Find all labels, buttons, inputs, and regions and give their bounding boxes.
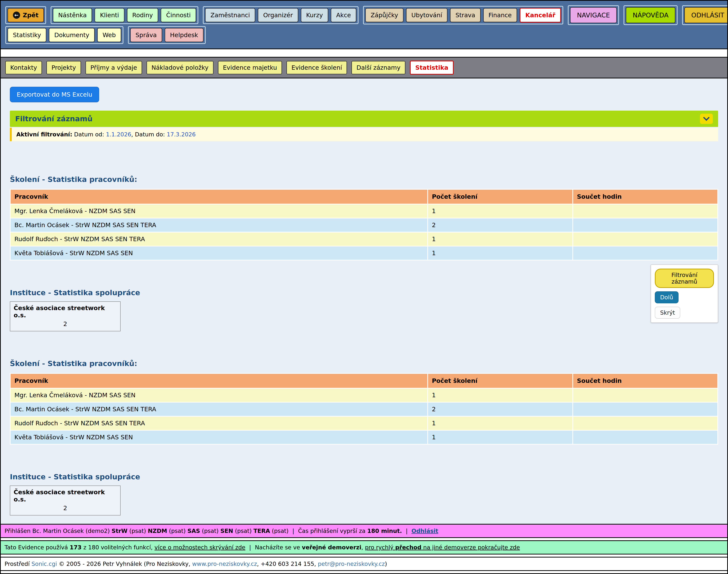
subnav-nakladove-polozky[interactable]: Nákladové položky [147, 61, 214, 74]
cell-hours [573, 430, 718, 444]
cell-count: 1 [428, 204, 573, 218]
cell-worker: Mgr. Lenka Čmeláková - NZDM SAS SEN [10, 204, 428, 218]
training-section-title: Školení - Statistika pracovníků: [10, 359, 718, 368]
subnav-evidence-skoleni[interactable]: Evidence školení [286, 61, 347, 74]
credit-text: , +420 603 214 155, [257, 561, 318, 567]
table-row: Rudolf Ruďoch - StrW NZDM SAS SEN TERA 1 [10, 232, 718, 246]
cell-count: 1 [428, 430, 573, 444]
demo-switch-link[interactable]: pro rychlý přechod na jiné demoverze pok… [365, 544, 520, 551]
login-psat: (psat) [233, 528, 254, 534]
login-psat: (psat) [167, 528, 187, 534]
email-link[interactable]: petr@pro-neziskovky.cz [318, 561, 385, 567]
cell-hours [573, 204, 718, 218]
table-row: Bc. Martin Ocásek - StrW NZDM SAS SEN TE… [10, 218, 718, 232]
col-header-worker: Pracovník [10, 189, 428, 204]
nav-finance[interactable]: Finance [483, 8, 517, 22]
website-link[interactable]: www.pro-neziskovky.cz [192, 561, 257, 567]
nav-kurzy[interactable]: Kurzy [301, 8, 329, 22]
nav-statistiky[interactable]: Statistiky [8, 28, 46, 42]
nav-odhlasit[interactable]: ODHLÁSIT [684, 7, 728, 23]
login-role: SEN [220, 528, 233, 534]
quick-menu: Filtrování záznamů Dolů Skrýt [651, 264, 718, 323]
active-filter-label: Aktivní filtrování: [16, 131, 72, 138]
table-row: Bc. Martin Ocásek - StrW NZDM SAS SEN TE… [10, 402, 718, 416]
sonic-link[interactable]: Sonic.cgi [32, 561, 57, 567]
filter-panel: Filtrování záznamů Aktivní filtrování: D… [10, 111, 718, 141]
separator: | [292, 528, 294, 534]
top-navigation: ← Zpět Nástěnka Klienti Rodiny Činnosti … [1, 1, 727, 49]
credit-text: ) [385, 561, 387, 567]
nav-organizer[interactable]: Organizér [258, 8, 298, 22]
institution-section-title: Instituce - Statistika spolupráce [10, 473, 718, 481]
institution-value: 2 [10, 320, 120, 331]
export-excel-button[interactable]: Exportovat do MS Excelu [10, 87, 99, 102]
cell-worker: Rudolf Ruďoch - StrW NZDM SAS SEN TERA [10, 232, 428, 246]
group-main-modules: Nástěnka Klienti Rodiny Činnosti [51, 6, 198, 24]
nav-napoveda[interactable]: NÁPOVĚDA [626, 7, 675, 23]
chevron-down-icon[interactable] [700, 114, 713, 124]
subnav-evidence-majetku[interactable]: Evidence majetku [218, 61, 282, 74]
back-button[interactable]: ← Zpět [8, 8, 44, 22]
institution-section-title: Instituce - Statistika spolupráce [10, 289, 718, 297]
institution-box: České asociace streetwork o.s. 2 [10, 486, 121, 516]
cell-count: 2 [428, 402, 573, 416]
info-text: z 180 volitelných funkcí, [81, 544, 154, 551]
credit-text: Prostředí [5, 561, 32, 567]
nav-kancelar-active[interactable]: Kancelář [520, 8, 561, 23]
nav-rodiny[interactable]: Rodiny [127, 8, 158, 22]
col-header-hours: Součet hodin [573, 189, 718, 204]
quickmenu-hide-button[interactable]: Skrýt [655, 307, 680, 319]
nav-zamestnanci[interactable]: Zaměstnanci [205, 8, 255, 22]
filter-from-label: Datum od: [72, 131, 106, 138]
filter-header[interactable]: Filtrování záznamů [10, 111, 718, 127]
nav-klienti[interactable]: Klienti [94, 8, 124, 22]
nav-strava[interactable]: Strava [450, 8, 481, 22]
cell-worker: Květa Tobiášová - StrW NZDM SAS SEN [10, 430, 428, 444]
subnav-dalsi-zaznamy[interactable]: Další záznamy [351, 61, 405, 74]
nav-cinnosti[interactable]: Činnosti [161, 8, 196, 22]
subnav-projekty[interactable]: Projekty [46, 61, 81, 74]
back-label: Zpět [23, 11, 38, 19]
filter-title: Filtrování záznamů [15, 115, 92, 123]
cell-hours [573, 388, 718, 402]
quickmenu-filter-button[interactable]: Filtrování záznamů [655, 269, 714, 288]
login-psat: (psat) [270, 528, 289, 534]
topnav-row-1: ← Zpět Nástěnka Klienti Rodiny Činnosti … [5, 5, 723, 25]
nav-sprava[interactable]: Správa [130, 28, 162, 42]
table-row: Rudolf Ruďoch - StrW NZDM SAS SEN TERA 1 [10, 416, 718, 430]
credit-bar: Prostředí Sonic.cgi © 2005 - 2026 Petr V… [1, 557, 727, 571]
nav-helpdesk[interactable]: Helpdesk [165, 28, 203, 42]
cell-worker: Mgr. Lenka Čmeláková - NZDM SAS SEN [10, 388, 428, 402]
nav-nastenka[interactable]: Nástěnka [53, 8, 92, 22]
col-header-worker: Pracovník [10, 373, 428, 388]
info-text: Tato Evidence používá [5, 544, 70, 551]
active-filter-row: Aktivní filtrování: Datum od: 1.1.2026, … [10, 128, 718, 141]
col-header-hours: Součet hodin [573, 373, 718, 388]
institution-box: České asociace streetwork o.s. 2 [10, 301, 121, 331]
group-agenda-modules: Zaměstnanci Organizér Kurzy Akce [203, 6, 358, 24]
col-header-count: Počet školení [428, 189, 573, 204]
group-admin-tools: Správa Helpdesk [128, 26, 206, 44]
nav-zapujcky[interactable]: Zápůjčky [365, 8, 404, 22]
subnav-prijmy-vydaje[interactable]: Příjmy a výdaje [85, 61, 142, 74]
cell-worker: Bc. Martin Ocásek - StrW NZDM SAS SEN TE… [10, 218, 428, 232]
group-office-tools: Statistiky Dokumenty Web [5, 26, 123, 44]
subnav-statistika-active[interactable]: Statistika [410, 60, 454, 75]
subnav-kontakty[interactable]: Kontakty [5, 61, 42, 74]
nav-ubytovani[interactable]: Ubytování [406, 8, 448, 22]
login-role: StrW [112, 528, 127, 534]
nav-dokumenty[interactable]: Dokumenty [49, 28, 94, 42]
nav-web[interactable]: Web [97, 28, 121, 42]
table-row: Mgr. Lenka Čmeláková - NZDM SAS SEN 1 [10, 204, 718, 218]
logout-link[interactable]: Odhlásit [411, 528, 438, 534]
nav-akce[interactable]: Akce [331, 8, 356, 22]
group-napoveda: NÁPOVĚDA [623, 5, 678, 25]
training-stats-table: Pracovník Počet školení Součet hodin Mgr… [10, 373, 718, 445]
table-header-row: Pracovník Počet školení Součet hodin [10, 373, 718, 388]
office-subnav: Kontakty Projekty Příjmy a výdaje Náklad… [1, 57, 727, 78]
nav-navigace[interactable]: NAVIGACE [570, 7, 617, 23]
demo-bold: veřejné demoverzi [302, 544, 361, 551]
login-status-bar: Přihlášen Bc. Martin Ocásek (demo2) StrW… [1, 524, 727, 538]
quickmenu-down-button[interactable]: Dolů [655, 291, 679, 303]
hide-options-link[interactable]: více o možnostech skrývání zde [154, 544, 245, 551]
